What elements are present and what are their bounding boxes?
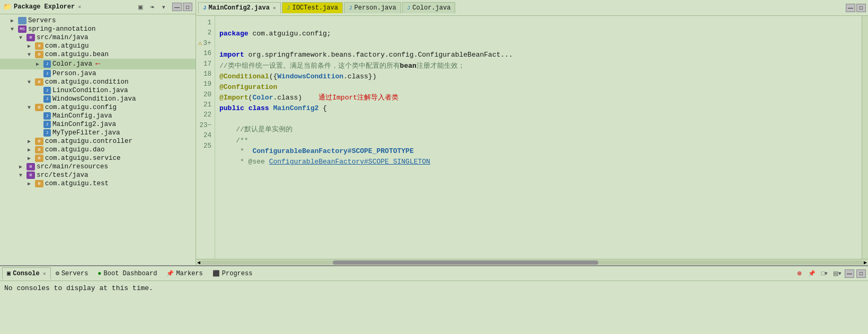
config-package-icon: ⊞ <box>35 104 43 111</box>
scroll-track[interactable] <box>200 260 864 265</box>
editor-minimize-button[interactable]: — <box>846 4 855 12</box>
console-file-button[interactable]: ▤▾ <box>832 268 843 279</box>
linux-condition-file-icon: J <box>43 87 51 94</box>
tab-console[interactable]: ▣ Console ✕ <box>2 267 51 279</box>
tab-ioctest-java[interactable]: J IOCTest.java <box>282 2 343 13</box>
console-content: No consoles to display at this time. <box>0 281 868 334</box>
console-tab-close[interactable]: ✕ <box>43 270 46 277</box>
spring-annotation-label: spring-annotation <box>28 25 96 33</box>
arrow-servers: ▶ <box>11 17 18 24</box>
servers-tab-label: Servers <box>61 270 88 277</box>
console-pin-button[interactable]: 📌 <box>807 268 817 279</box>
editor-vertical-scrollbar[interactable] <box>862 16 868 259</box>
sidebar-toolbar: ▣ ❧ ▾ — □ <box>135 2 192 12</box>
tree-item-windows-condition-java[interactable]: J WindowsCondition.java <box>0 95 196 103</box>
arrow-src-main-resources: ▶ <box>19 164 26 170</box>
server-icon <box>18 17 26 24</box>
tab-progress[interactable]: ⬛ Progress <box>208 268 258 279</box>
tab-person-java[interactable]: J Person.java <box>344 2 401 13</box>
src-test-java-label: src/test/java <box>37 171 88 179</box>
tree-item-spring-annotation[interactable]: ▼ MS spring-annotation <box>0 25 196 33</box>
tab-servers[interactable]: ⚙ Servers <box>51 267 93 279</box>
tree-item-color-java[interactable]: ▶ J Color.java ← <box>0 59 196 69</box>
com-atguigu-test-label: com.atguigu.test <box>45 180 109 187</box>
person-tab-label: Person.java <box>355 4 396 12</box>
markers-tab-icon: 📌 <box>166 270 174 277</box>
red-arrow-icon: ← <box>95 59 101 69</box>
service-package-icon: ⊞ <box>35 155 43 162</box>
package-icon: ⊞ <box>35 42 43 50</box>
sidebar-title: Package Explorer <box>14 3 75 11</box>
main-config2-label: MainConfig2.java <box>52 121 116 128</box>
bottom-panel: ▣ Console ✕ ⚙ Servers ● Boot Dashboard 📌… <box>0 265 868 334</box>
view-menu-button[interactable]: ▾ <box>158 2 169 12</box>
color-java-label: Color.java <box>52 60 92 68</box>
servers-tab-icon: ⚙ <box>56 269 59 277</box>
tree-item-main-config-java[interactable]: J MainConfig.java <box>0 112 196 120</box>
tree-item-com-atguigu-service[interactable]: ▶ ⊞ com.atguigu.service <box>0 154 196 163</box>
minimize-sidebar-button[interactable]: — <box>172 3 182 11</box>
windows-condition-label: WindowsCondition.java <box>52 95 136 103</box>
tab-markers[interactable]: 📌 Markers <box>162 268 207 279</box>
arrow-com-atguigu: ▶ <box>28 43 35 49</box>
tree-item-src-main-resources[interactable]: ▶ ⊞ src/main/resources <box>0 163 196 171</box>
tree-item-com-atguigu-test[interactable]: ▶ ⊞ com.atguigu.test <box>0 179 196 188</box>
code-editor[interactable]: package com.atguigu.config; import org.s… <box>215 16 862 259</box>
com-atguigu-label: com.atguigu <box>45 42 89 50</box>
arrow-color-java: ▶ <box>36 61 43 67</box>
person-tab-icon: J <box>349 5 352 11</box>
editor-horizontal-scrollbar[interactable]: ◀ ▶ <box>196 259 868 265</box>
tree-item-com-atguigu[interactable]: ▶ ⊞ com.atguigu <box>0 42 196 50</box>
editor-maximize-button[interactable]: □ <box>856 4 866 12</box>
com-atguigu-condition-label: com.atguigu.condition <box>45 78 129 86</box>
main-config-label: MainConfig.java <box>52 112 112 120</box>
link-editor-button[interactable]: ❧ <box>147 2 157 12</box>
tree-item-src-main-java[interactable]: ▼ ⊞ src/main/java <box>0 33 196 42</box>
console-new-button[interactable]: □▾ <box>819 268 830 279</box>
tree-item-person-java[interactable]: J Person.java <box>0 69 196 78</box>
line-numbers: 1 2 ⚠3+ 16 17 18 19 20 21 22 23− 24 25 <box>196 16 215 259</box>
src-main-java-label: src/main/java <box>37 34 88 41</box>
servers-label: Servers <box>28 17 56 24</box>
project-icon: MS <box>18 25 26 33</box>
color-tab-icon: J <box>407 5 411 11</box>
bottom-panel-tabs: ▣ Console ✕ ⚙ Servers ● Boot Dashboard 📌… <box>0 266 868 281</box>
console-clear-button[interactable]: ⊗ <box>794 268 804 279</box>
tree-item-my-type-filter-java[interactable]: J MyTypeFilter.java <box>0 129 196 137</box>
tree-item-linux-condition-java[interactable]: J LinuxCondition.java <box>0 86 196 95</box>
tree-item-servers[interactable]: ▶ Servers <box>0 16 196 25</box>
editor-area: J MainConfig2.java ✕ J IOCTest.java J Pe… <box>196 0 868 265</box>
mainconfig2-tab-icon: J <box>203 5 207 11</box>
tab-color-java[interactable]: J Color.java <box>402 2 456 13</box>
com-atguigu-dao-label: com.atguigu.dao <box>45 146 105 154</box>
arrow-spring-annotation: ▼ <box>11 26 18 32</box>
arrow-src-main-java: ▼ <box>19 35 26 41</box>
color-tab-label: Color.java <box>412 4 450 12</box>
com-atguigu-controller-label: com.atguigu.controller <box>45 138 132 145</box>
maximize-sidebar-button[interactable]: □ <box>183 3 192 11</box>
tree-item-src-test-java[interactable]: ▼ ⊞ src/test/java <box>0 171 196 179</box>
my-type-filter-file-icon: J <box>43 129 51 137</box>
tree-item-com-atguigu-bean[interactable]: ▼ ⊞ com.atguigu.bean <box>0 50 196 59</box>
mainconfig2-tab-close[interactable]: ✕ <box>273 5 276 11</box>
arrow-com-atguigu-dao: ▶ <box>28 147 35 153</box>
scroll-thumb[interactable] <box>333 260 598 265</box>
bean-package-icon: ⊞ <box>35 51 43 58</box>
main-config2-file-icon: J <box>43 121 51 128</box>
tree-item-com-atguigu-config[interactable]: ▼ ⊞ com.atguigu.config <box>0 103 196 112</box>
sidebar-close-icon[interactable]: ✕ <box>78 4 81 10</box>
tree-item-com-atguigu-controller[interactable]: ▶ ⊞ com.atguigu.controller <box>0 137 196 146</box>
condition-package-icon: ⊞ <box>35 78 43 86</box>
tree-item-com-atguigu-dao[interactable]: ▶ ⊞ com.atguigu.dao <box>0 146 196 154</box>
bottom-minimize-button[interactable]: — <box>845 269 854 278</box>
scroll-right-arrow[interactable]: ▶ <box>864 259 867 266</box>
bottom-maximize-button[interactable]: □ <box>856 269 866 278</box>
tree-item-main-config2-java[interactable]: J MainConfig2.java <box>0 120 196 129</box>
editor-tabs: J MainConfig2.java ✕ J IOCTest.java J Pe… <box>196 0 868 16</box>
collapse-all-button[interactable]: ▣ <box>135 2 146 12</box>
tree-item-com-atguigu-condition[interactable]: ▼ ⊞ com.atguigu.condition <box>0 78 196 86</box>
arrow-com-atguigu-config: ▼ <box>28 105 35 111</box>
tab-boot-dashboard[interactable]: ● Boot Dashboard <box>93 268 162 279</box>
tab-mainconfig2-java[interactable]: J MainConfig2.java ✕ <box>198 2 281 14</box>
sidebar-title-left: 📁 Package Explorer ✕ <box>3 3 81 11</box>
